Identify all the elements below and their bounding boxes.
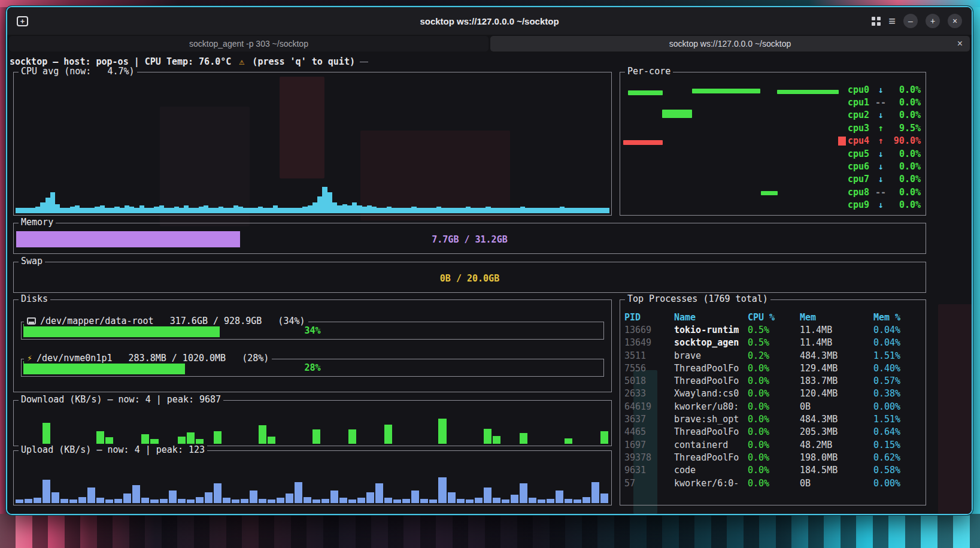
chart-bar xyxy=(293,208,298,213)
chart-bar xyxy=(268,437,275,444)
chart-bar xyxy=(555,208,560,213)
core-trend-icon: ↓ xyxy=(874,84,887,95)
wallpaper-bottom xyxy=(0,514,980,548)
chart-bar xyxy=(214,483,222,503)
process-pid: 13649 xyxy=(624,337,674,348)
core-row-cpu5: cpu5↓0.0% xyxy=(838,147,921,160)
chart-bar xyxy=(141,434,149,444)
chart-bar xyxy=(43,480,50,503)
process-mem: 484.3MB xyxy=(800,350,873,361)
chart-bar xyxy=(411,491,419,503)
chart-bar xyxy=(438,419,446,444)
chart-bar xyxy=(34,498,41,503)
process-cpu: 0.0% xyxy=(748,401,800,412)
chart-bar xyxy=(253,208,258,213)
chart-bar xyxy=(194,208,199,213)
core-name: cpu4 xyxy=(848,135,874,146)
chart-bar xyxy=(16,499,23,503)
memory-gauge: 7.7GB / 31.2GB xyxy=(16,231,923,247)
chart-bar xyxy=(466,499,474,503)
chart-bar xyxy=(154,207,159,213)
core-usage-value: 0.0% xyxy=(887,149,921,159)
chart-bar xyxy=(530,208,535,213)
process-name: kworker/u80: xyxy=(674,401,748,412)
process-name: brave:sh_opt xyxy=(674,414,748,425)
chart-bar xyxy=(95,207,99,213)
core-usage-value: 0.0% xyxy=(887,97,921,108)
chart-bar xyxy=(259,425,266,444)
process-mem-percent: 0.04% xyxy=(873,325,922,335)
chart-bar xyxy=(25,499,32,503)
disk-nvme-heading: ⚡ /dev/nvme0n1p1 283.8MB / 1020.0MB (28%… xyxy=(24,353,272,364)
chart-bar xyxy=(164,208,169,213)
chart-bar xyxy=(65,208,70,213)
tab-socktop-active[interactable]: socktop ws://127.0.0.0 ~/socktop × xyxy=(490,36,970,52)
core-row-cpu1: cpu1--0.0% xyxy=(838,96,921,108)
chart-bar xyxy=(80,208,84,213)
tab-close-icon[interactable]: × xyxy=(957,39,963,49)
processes-title: Top Processes (1769 total) xyxy=(625,293,770,304)
maximize-button[interactable]: + xyxy=(926,14,940,28)
chart-bar xyxy=(339,498,347,503)
chart-bar xyxy=(70,207,75,213)
column-header[interactable]: Name xyxy=(674,312,748,323)
per-core-panel: Per-core cpu0↓0.0%cpu1--0.0%cpu2↓0.0%cpu… xyxy=(620,72,926,216)
chart-bar xyxy=(322,187,327,213)
chart-bar xyxy=(105,208,110,213)
menu-icon[interactable]: ≡ xyxy=(888,15,896,27)
chart-bar xyxy=(35,207,40,213)
column-header[interactable]: Mem xyxy=(800,312,873,323)
chart-bar xyxy=(565,438,572,444)
column-header[interactable]: Mem % xyxy=(873,312,922,323)
chart-bar xyxy=(205,492,213,503)
minimize-button[interactable]: – xyxy=(903,14,918,28)
chart-bar xyxy=(511,208,515,213)
wallpaper-bleed xyxy=(938,304,972,514)
app-header: socktop — host: pop-os | CPU Temp: 76.0°… xyxy=(10,56,368,67)
process-mem-percent: 0.00% xyxy=(873,401,922,412)
process-name: brave xyxy=(674,350,748,361)
chart-bar xyxy=(160,499,168,503)
chart-bar xyxy=(565,208,569,213)
chart-bar xyxy=(475,498,483,503)
terminal-content[interactable]: socktop — host: pop-os | CPU Temp: 76.0°… xyxy=(7,53,972,514)
chart-bar xyxy=(199,207,204,213)
column-header[interactable]: CPU % xyxy=(748,312,800,323)
core-trend-icon: ↓ xyxy=(874,161,887,172)
new-tab-icon[interactable]: + xyxy=(17,16,28,26)
chart-bar xyxy=(372,207,377,213)
close-button[interactable]: × xyxy=(948,14,962,28)
process-pid: 39378 xyxy=(624,452,674,463)
chart-bar xyxy=(16,208,20,213)
core-usage-value: 9.5% xyxy=(887,123,921,134)
chart-bar xyxy=(169,491,177,503)
chart-bar xyxy=(511,495,518,503)
core-history-bar xyxy=(623,140,663,145)
tiling-grid-icon[interactable] xyxy=(872,17,881,26)
process-pid: 57 xyxy=(624,478,674,489)
process-name: ThreadPoolFo xyxy=(674,376,748,386)
chart-bar xyxy=(491,208,496,213)
process-cpu: 0.5% xyxy=(748,325,800,335)
tab-socktop-agent[interactable]: socktop_agent -p 303 ~/socktop xyxy=(9,36,489,52)
column-header[interactable]: PID xyxy=(624,312,674,323)
chart-bar xyxy=(367,205,372,213)
process-mem-percent: 0.04% xyxy=(873,337,922,348)
swap-gauge: 0B / 20.0GB xyxy=(16,270,923,286)
chart-bar xyxy=(208,208,213,213)
chart-bar xyxy=(51,492,59,503)
chart-bar xyxy=(570,208,575,213)
process-mem-percent: 0.15% xyxy=(873,440,922,450)
chart-bar xyxy=(196,439,204,444)
chart-bar xyxy=(348,499,356,503)
chart-bar xyxy=(384,498,392,503)
process-mem: 11.4MB xyxy=(800,325,873,335)
chart-bar xyxy=(547,499,554,503)
desktop: + socktop ws://127.0.0.0 ~/socktop ≡ – +… xyxy=(0,0,980,548)
disk-root-heading: /dev/mapper/data-root 317.6GB / 928.9GB … xyxy=(24,316,308,326)
chart-bar xyxy=(248,208,253,213)
chart-bar xyxy=(105,437,113,444)
chart-bar xyxy=(348,429,356,444)
process-pid: 3511 xyxy=(624,350,674,361)
chart-bar xyxy=(565,499,572,503)
